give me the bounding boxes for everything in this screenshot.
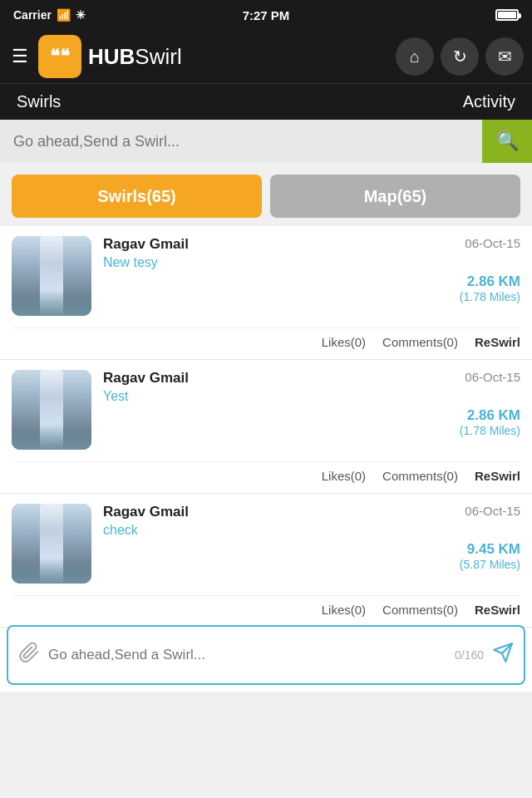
swirl-km: 2.86 KM xyxy=(103,273,520,290)
status-bar: Carrier 📶 ✳ 7:27 PM xyxy=(0,0,532,30)
char-count: 0/160 xyxy=(455,648,484,662)
compose-input[interactable] xyxy=(48,647,446,663)
likes-button[interactable]: Likes(0) xyxy=(322,335,366,349)
tab-bar: Swirls Activity xyxy=(0,83,532,120)
swirl-km: 2.86 KM xyxy=(103,407,520,424)
compose-bar: 0/160 xyxy=(7,625,525,685)
swirl-miles: (1.78 Miles) xyxy=(103,290,520,303)
swirl-date: 06-Oct-15 xyxy=(465,504,520,518)
swirl-km: 9.45 KM xyxy=(103,541,520,558)
carrier-label: Carrier xyxy=(13,8,52,22)
tab-activity[interactable]: Activity xyxy=(463,92,515,111)
swirl-actions: Likes(0) Comments(0) ReSwirl xyxy=(12,595,520,627)
comments-button[interactable]: Comments(0) xyxy=(382,335,458,349)
logo-icon: ❝❝ xyxy=(38,35,81,78)
refresh-button[interactable]: ↻ xyxy=(441,37,479,76)
swirl-info: Ragav Gmail 06-Oct-15 check 9.45 KM (5.8… xyxy=(103,504,520,571)
search-input[interactable] xyxy=(0,120,482,163)
table-row: Ragav Gmail 06-Oct-15 Yest 2.86 KM (1.78… xyxy=(0,360,532,494)
swirl-thumbnail[interactable] xyxy=(12,370,91,450)
filter-tab-map[interactable]: Map(65) xyxy=(270,175,520,218)
swirl-user: Ragav Gmail xyxy=(103,370,189,387)
swirl-thumbnail[interactable] xyxy=(12,236,91,316)
comments-button[interactable]: Comments(0) xyxy=(382,469,458,483)
swirl-distance: 9.45 KM (5.87 Miles) xyxy=(103,541,520,571)
swirl-subtitle: Yest xyxy=(103,389,520,404)
swirl-subtitle: check xyxy=(103,523,520,538)
table-row: Ragav Gmail 06-Oct-15 check 9.45 KM (5.8… xyxy=(0,494,532,628)
likes-button[interactable]: Likes(0) xyxy=(322,469,366,483)
attach-icon[interactable] xyxy=(18,642,40,669)
send-button[interactable] xyxy=(492,642,514,668)
battery-icon xyxy=(495,9,519,21)
swirl-info: Ragav Gmail 06-Oct-15 New tesy 2.86 KM (… xyxy=(103,236,520,303)
app-title: HUBSwirl xyxy=(88,44,389,70)
filter-tabs: Swirls(65) Map(65) xyxy=(0,163,532,226)
swirl-thumbnail[interactable] xyxy=(12,504,91,584)
filter-tab-swirls[interactable]: Swirls(65) xyxy=(12,175,262,218)
swirl-info: Ragav Gmail 06-Oct-15 Yest 2.86 KM (1.78… xyxy=(103,370,520,437)
refresh-icon: ↻ xyxy=(453,47,467,66)
likes-button[interactable]: Likes(0) xyxy=(322,603,366,617)
menu-button[interactable]: ☰ xyxy=(8,42,32,71)
home-icon: ⌂ xyxy=(410,47,420,66)
home-button[interactable]: ⌂ xyxy=(396,37,434,76)
mail-icon: ✉ xyxy=(498,47,512,66)
swirl-miles: (1.78 Miles) xyxy=(103,424,520,437)
table-row: Ragav Gmail 06-Oct-15 New tesy 2.86 KM (… xyxy=(0,226,532,360)
search-bar: 🔍 xyxy=(0,120,532,163)
nav-bar: ☰ ❝❝ HUBSwirl ⌂ ↻ ✉ xyxy=(0,30,532,83)
tab-swirls[interactable]: Swirls xyxy=(17,92,61,111)
swirl-user: Ragav Gmail xyxy=(103,504,189,520)
swirl-actions: Likes(0) Comments(0) ReSwirl xyxy=(12,461,520,493)
reswirl-button[interactable]: ReSwirl xyxy=(475,603,520,617)
swirl-subtitle: New tesy xyxy=(103,255,520,270)
comments-button[interactable]: Comments(0) xyxy=(382,603,458,617)
mail-button[interactable]: ✉ xyxy=(485,37,524,76)
swirl-distance: 2.86 KM (1.78 Miles) xyxy=(103,407,520,437)
time-label: 7:27 PM xyxy=(243,8,290,22)
reswirl-button[interactable]: ReSwirl xyxy=(475,469,520,483)
wifi-icon: 📶 xyxy=(57,8,71,22)
signal-icon: ✳ xyxy=(76,8,86,22)
reswirl-button[interactable]: ReSwirl xyxy=(475,335,520,349)
swirl-date: 06-Oct-15 xyxy=(465,370,520,384)
swirl-date: 06-Oct-15 xyxy=(465,236,520,250)
swirl-distance: 2.86 KM (1.78 Miles) xyxy=(103,273,520,303)
swirl-miles: (5.87 Miles) xyxy=(103,558,520,571)
swirl-actions: Likes(0) Comments(0) ReSwirl xyxy=(12,328,520,359)
swirl-list: Ragav Gmail 06-Oct-15 New tesy 2.86 KM (… xyxy=(0,226,532,692)
swirl-user: Ragav Gmail xyxy=(103,236,189,253)
search-button[interactable]: 🔍 xyxy=(482,120,532,163)
search-icon: 🔍 xyxy=(496,131,519,152)
